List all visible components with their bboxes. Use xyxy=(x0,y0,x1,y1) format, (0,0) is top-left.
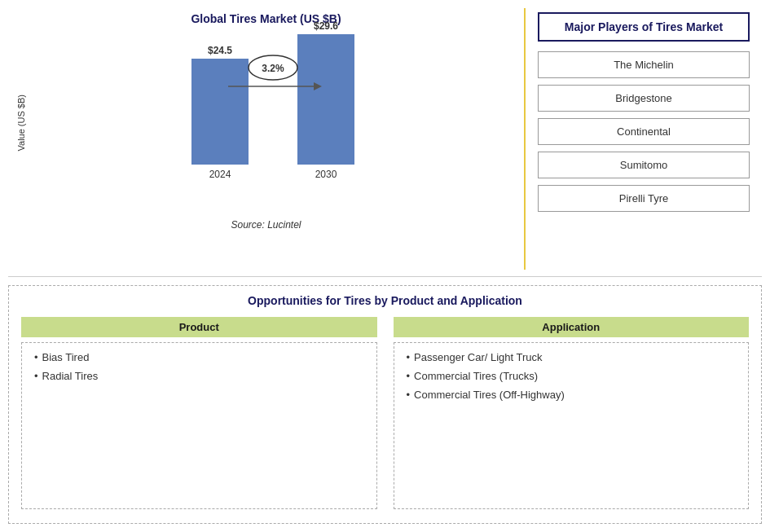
product-item-1: • Bias Tired xyxy=(34,351,364,363)
bullet-app-3: • xyxy=(407,389,411,401)
bullet-2: • xyxy=(34,370,38,382)
opp-columns: Product • Bias Tired • Radial Tires Appl… xyxy=(21,317,749,509)
application-column: Application • Passenger Car/ Light Truck… xyxy=(394,317,750,509)
top-section: Global Tires Market (US $B) Value (US $B… xyxy=(8,8,762,277)
players-area: Major Players of Tires Market The Michel… xyxy=(526,8,762,270)
product-content: • Bias Tired • Radial Tires xyxy=(21,342,377,509)
bar-group-2030: $29.6 2030 xyxy=(297,20,354,180)
bullet-app-2: • xyxy=(407,370,411,382)
player-michelin: The Michelin xyxy=(538,51,750,78)
app-item-3: • Commercial Tires (Off-Highway) xyxy=(407,389,737,401)
bar-label-2030: 2030 xyxy=(315,169,337,180)
bottom-section: Opportunities for Tires by Product and A… xyxy=(8,285,762,524)
bullet-1: • xyxy=(34,351,38,363)
player-sumitomo: Sumitomo xyxy=(538,152,750,178)
bar-label-2024: 2024 xyxy=(209,169,231,180)
source-text: Source: Lucintel xyxy=(231,219,301,231)
svg-marker-3 xyxy=(314,82,322,90)
app-item-1-text: Passenger Car/ Light Truck xyxy=(414,351,543,363)
app-item-3-text: Commercial Tires (Off-Highway) xyxy=(414,389,565,401)
y-axis-label: Value (US $B) xyxy=(16,95,26,152)
svg-text:3.2%: 3.2% xyxy=(262,63,284,74)
bars-container: $24.5 2024 $29.6 2030 xyxy=(30,33,516,213)
app-item-1: • Passenger Car/ Light Truck xyxy=(407,351,737,363)
product-item-2: • Radial Tires xyxy=(34,370,364,382)
application-header: Application xyxy=(394,317,750,337)
application-content: • Passenger Car/ Light Truck • Commercia… xyxy=(394,342,750,509)
main-container: Global Tires Market (US $B) Value (US $B… xyxy=(0,0,770,532)
product-header: Product xyxy=(21,317,377,337)
app-item-2-text: Commercial Tires (Trucks) xyxy=(414,370,538,382)
chart-wrapper: Value (US $B) $24.5 2024 $29.6 xyxy=(16,33,516,213)
bullet-app-1: • xyxy=(407,351,411,363)
player-bridgestone: Bridgestone xyxy=(538,85,750,112)
product-item-2-text: Radial Tires xyxy=(42,370,99,382)
bar-value-2030: $29.6 xyxy=(314,20,338,32)
opportunities-title: Opportunities for Tires by Product and A… xyxy=(21,294,749,307)
app-item-2: • Commercial Tires (Trucks) xyxy=(407,370,737,382)
product-column: Product • Bias Tired • Radial Tires xyxy=(21,317,377,509)
cagr-svg: 3.2% xyxy=(224,50,322,99)
player-pirelli: Pirelli Tyre xyxy=(538,185,750,212)
player-continental: Continental xyxy=(538,118,750,145)
chart-area: Global Tires Market (US $B) Value (US $B… xyxy=(8,8,526,270)
product-item-1-text: Bias Tired xyxy=(42,351,90,363)
players-title: Major Players of Tires Market xyxy=(538,12,750,42)
